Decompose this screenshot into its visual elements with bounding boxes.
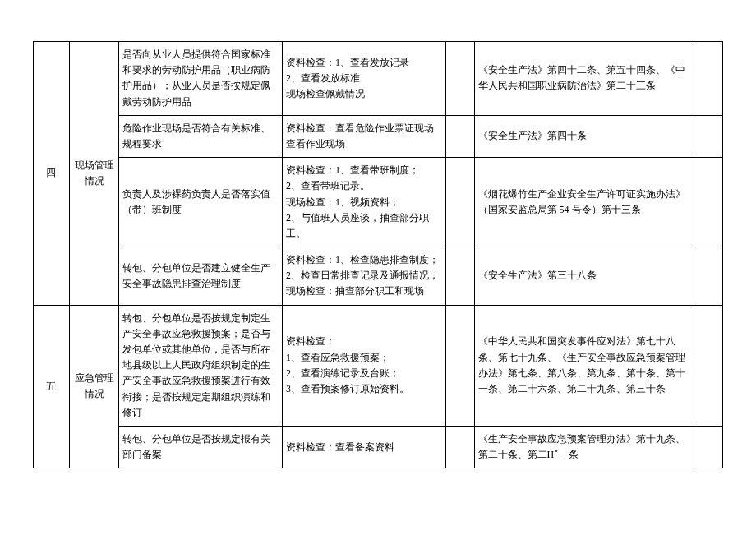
spacer-cell bbox=[445, 115, 474, 157]
trailing-cell bbox=[694, 115, 722, 157]
spacer-cell bbox=[445, 158, 474, 247]
inspection-item: 转包、分包单位是否建立健全生产安全事故隐患排查治理制度 bbox=[119, 247, 283, 306]
table-row: 负责人及涉裸药负责人是否落实值（带）班制度资料检查：1、查看带班制度；2、查看带… bbox=[34, 158, 723, 247]
inspection-table: 四现场管理情况是否向从业人员提供符合国家标准和要求的劳动防护用品（职业病防护用品… bbox=[33, 41, 723, 468]
inspection-item: 转包、分包单位是否按规定报有关部门备案 bbox=[119, 426, 283, 468]
trailing-cell bbox=[694, 158, 722, 247]
legal-basis: 《安全生产法》第三十八条 bbox=[474, 247, 694, 306]
inspection-method: 资料检查：1、检查隐患排查制度；2、检查日常排查记录及通报情况；现场检查：抽查部… bbox=[283, 247, 446, 306]
section-category: 现场管理情况 bbox=[69, 42, 119, 306]
inspection-item: 转包、分包单位是否按规定制定生产安全事故应急救援预案；是否与发包单位或其他单位，… bbox=[119, 305, 283, 426]
table-row: 转包、分包单位是否建立健全生产安全事故隐患排查治理制度资料检查：1、检查隐患排查… bbox=[34, 247, 723, 306]
section-index: 四 bbox=[34, 42, 70, 306]
table-row: 转包、分包单位是否按规定报有关部门备案资料检查：查看备案资料《生产安全事故应急预… bbox=[34, 426, 723, 468]
legal-basis: 《烟花爆竹生产企业安全生产许可证实施办法》（国家安监总局第 54 号令）第十三条 bbox=[474, 158, 694, 247]
inspection-item: 负责人及涉裸药负责人是否落实值（带）班制度 bbox=[119, 158, 283, 247]
legal-basis: 《生产安全事故应急预案管理办法》第十九条、第二十条、第二H˅一条 bbox=[474, 426, 694, 468]
section-category: 应急管理情况 bbox=[69, 305, 119, 468]
trailing-cell bbox=[694, 42, 722, 116]
spacer-cell bbox=[445, 426, 474, 468]
spacer-cell bbox=[445, 305, 474, 426]
section-index: 五 bbox=[34, 305, 70, 468]
inspection-item: 危险作业现场是否符合有关标准、规程要求 bbox=[119, 115, 283, 157]
legal-basis: 《中华人民共和国突发事件应对法》第七十八条、第七十九条、《生产安全事故应急预案管… bbox=[474, 305, 694, 426]
trailing-cell bbox=[694, 426, 722, 468]
inspection-method: 资料检查：1、查看带班制度；2、查看带班记录。现场检查：1、视频资料；2、与值班… bbox=[283, 158, 446, 247]
inspection-method: 资料检查：1、查看发放记录2、查看发放标准现场检查佩戴情况 bbox=[283, 42, 446, 116]
spacer-cell bbox=[445, 42, 474, 116]
trailing-cell bbox=[694, 305, 722, 426]
spacer-cell bbox=[445, 247, 474, 306]
trailing-cell bbox=[694, 247, 722, 306]
inspection-item: 是否向从业人员提供符合国家标准和要求的劳动防护用品（职业病防护用品）；从业人员是… bbox=[119, 42, 283, 116]
legal-basis: 《安全生产法》第四十条 bbox=[474, 115, 694, 157]
table-row: 四现场管理情况是否向从业人员提供符合国家标准和要求的劳动防护用品（职业病防护用品… bbox=[34, 42, 723, 116]
inspection-method: 资料检查：查看备案资料 bbox=[283, 426, 446, 468]
legal-basis: 《安全生产法》第四十二条、第五十四条、《中华人民共和国职业病防治法》第二十三条 bbox=[474, 42, 694, 116]
inspection-method: 资料检查：1、查看应急救援预案；2、查看演练记录及台账；3、查看预案修订原始资料… bbox=[283, 305, 446, 426]
inspection-method: 资料检查：查看危险作业票证现场查看作业现场 bbox=[283, 115, 446, 157]
table-row: 五应急管理情况转包、分包单位是否按规定制定生产安全事故应急救援预案；是否与发包单… bbox=[34, 305, 723, 426]
table-row: 危险作业现场是否符合有关标准、规程要求资料检查：查看危险作业票证现场查看作业现场… bbox=[34, 115, 723, 157]
